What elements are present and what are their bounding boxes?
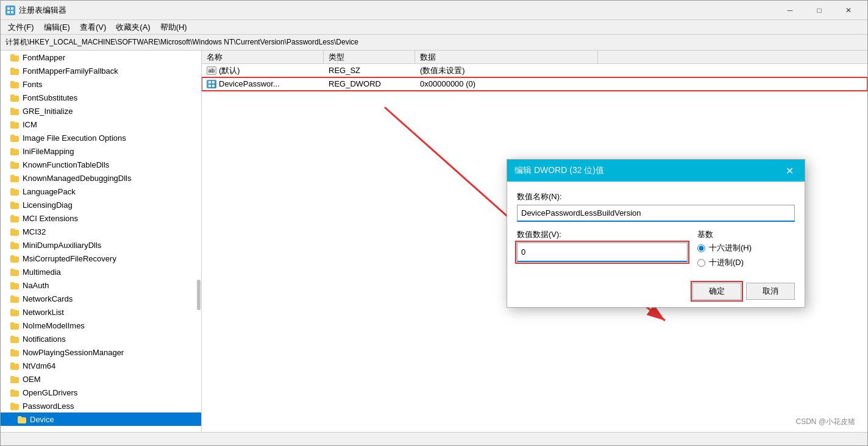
col-header-name[interactable]: 名称 <box>202 51 324 63</box>
folder-icon <box>10 174 20 182</box>
cell-type: REG_SZ <box>324 66 415 75</box>
folder-icon <box>10 308 20 316</box>
radio-dec-input[interactable] <box>697 259 705 267</box>
tree-item-imagefileexecution[interactable]: Image File Execution Options <box>1 131 201 144</box>
tree-item-msicorrupted[interactable]: MsiCorruptedFileRecovery <box>1 252 201 265</box>
ab-icon: ab <box>207 66 216 75</box>
modal-data-input-wrap <box>517 242 688 262</box>
folder-icon <box>10 348 20 356</box>
tree-item-inifilemap[interactable]: IniFileMapping <box>1 144 201 158</box>
tree-label: KnownManagedDebuggingDlls <box>23 174 132 183</box>
cell-name: ab (默认) <box>202 65 324 76</box>
tree-label: MCI32 <box>23 227 46 236</box>
tree-label: NtVdm64 <box>23 361 55 370</box>
modal-dialog: 编辑 DWORD (32 位)值 ✕ 数值名称(N): 数值数据(V): 基数 <box>507 159 805 308</box>
tree-item-device[interactable]: Device <box>1 412 201 426</box>
tree-label: FontSubstitutes <box>23 93 77 102</box>
reg-icon <box>207 80 216 88</box>
folder-icon <box>10 66 20 75</box>
modal-body: 数值名称(N): 数值数据(V): 基数 <box>507 182 805 307</box>
tree-item-ntvdm[interactable]: NtVdm64 <box>1 359 201 372</box>
radio-hex-input[interactable] <box>697 244 705 252</box>
tree-item-languagepack[interactable]: LanguagePack <box>1 185 201 198</box>
tree-item-fontmapper[interactable]: FontMapper <box>1 51 201 64</box>
window-title: 注册表编辑器 <box>19 5 66 16</box>
col-header-data[interactable]: 数据 <box>415 51 598 63</box>
tree-item-knownfunc[interactable]: KnownFunctionTableDlls <box>1 158 201 171</box>
tree-label: KnownFunctionTableDlls <box>23 160 109 169</box>
menu-file[interactable]: 文件(F) <box>3 21 39 34</box>
tree-item-passwordless[interactable]: PasswordLess <box>1 399 201 412</box>
tree-item-multimedia[interactable]: Multimedia <box>1 265 201 278</box>
modal-ok-button[interactable]: 确定 <box>692 283 741 300</box>
radio-hex-label: 十六进制(H) <box>709 242 752 253</box>
tree-item-licensingdiag[interactable]: LicensingDiag <box>1 198 201 211</box>
scrollbar-thumb[interactable] <box>197 280 201 310</box>
modal-close-button[interactable]: ✕ <box>781 163 797 179</box>
radio-hex[interactable]: 十六进制(H) <box>697 242 795 253</box>
radio-dec-label: 十进制(D) <box>709 257 744 268</box>
tree-panel[interactable]: FontMapper FontMapperFamilyFallback Font… <box>1 51 202 432</box>
close-button[interactable]: ✕ <box>834 1 863 20</box>
menu-view[interactable]: 查看(V) <box>75 21 111 34</box>
folder-icon <box>10 294 20 303</box>
tree-item-fonts[interactable]: Fonts <box>1 77 201 91</box>
minimize-button[interactable]: ─ <box>776 1 804 20</box>
tree-item-knownmanaged[interactable]: KnownManagedDebuggingDlls <box>1 171 201 185</box>
tree-item-notifications[interactable]: Notifications <box>1 332 201 345</box>
svg-rect-0 <box>7 7 10 10</box>
tree-label: NetworkCards <box>23 294 73 303</box>
folder-icon <box>10 93 20 102</box>
tree-item-fontmapperfamilyfallback[interactable]: FontMapperFamilyFallback <box>1 64 201 77</box>
tree-label: FontMapperFamilyFallback <box>23 66 118 76</box>
tree-item-noimemodel[interactable]: NoImeModelImes <box>1 319 201 332</box>
modal-name-input[interactable] <box>517 205 795 222</box>
right-header: 名称 类型 数据 <box>202 51 867 64</box>
tree-label: Image File Execution Options <box>23 133 126 143</box>
tree-label: NowPlayingSessionManager <box>23 348 124 357</box>
folder-icon <box>10 375 20 383</box>
tree-item-naauth[interactable]: NaAuth <box>1 278 201 292</box>
modal-data-input[interactable] <box>517 242 688 262</box>
tree-item-opengl[interactable]: OpenGLDrivers <box>1 386 201 399</box>
cell-type-device: REG_DWORD <box>324 79 415 88</box>
tree-item-networklist[interactable]: NetworkList <box>1 305 201 319</box>
folder-icon <box>10 147 20 155</box>
tree-item-mciextensions[interactable]: MCI Extensions <box>1 211 201 225</box>
tree-label: NetworkList <box>23 308 64 317</box>
modal-row: 数值数据(V): 基数 十六进制(H) <box>517 229 795 268</box>
tree-label: IniFileMapping <box>23 147 74 156</box>
tree-item-oem[interactable]: OEM <box>1 372 201 386</box>
folder-icon <box>10 334 20 343</box>
tree-item-icm[interactable]: ICM <box>1 118 201 131</box>
table-row-highlighted[interactable]: DevicePasswor... REG_DWORD 0x00000000 (0… <box>202 77 867 91</box>
tree-label: GRE_Initialize <box>23 107 73 116</box>
folder-icon <box>10 281 20 289</box>
radio-dec[interactable]: 十进制(D) <box>697 257 795 268</box>
modal-radio-group: 十六进制(H) 十进制(D) <box>697 242 795 268</box>
right-rows: ab (默认) REG_SZ (数值未设置) <box>202 64 867 91</box>
cell-data: (数值未设置) <box>415 65 598 76</box>
tree-item-nowplaying[interactable]: NowPlayingSessionManager <box>1 345 201 359</box>
col-header-type[interactable]: 类型 <box>324 51 415 63</box>
tree-item-networkcards[interactable]: NetworkCards <box>1 292 201 305</box>
modal-buttons: 确定 取消 <box>517 278 795 300</box>
folder-icon <box>10 214 20 222</box>
tree-item-fontsubstitutes[interactable]: FontSubstitutes <box>1 91 201 104</box>
tree-label: Multimedia <box>23 267 61 277</box>
menu-edit[interactable]: 编辑(E) <box>39 21 75 34</box>
table-row[interactable]: ab (默认) REG_SZ (数值未设置) <box>202 64 867 77</box>
tree-label: OEM <box>23 375 41 384</box>
menu-favorites[interactable]: 收藏夹(A) <box>111 21 155 34</box>
tree-item-gre[interactable]: GRE_Initialize <box>1 104 201 118</box>
folder-icon <box>10 187 20 196</box>
modal-cancel-button[interactable]: 取消 <box>746 283 795 300</box>
tree-label: MsiCorruptedFileRecovery <box>23 254 116 263</box>
tree-item-mci32[interactable]: MCI32 <box>1 225 201 238</box>
svg-rect-2 <box>7 11 10 13</box>
folder-icon <box>10 107 20 115</box>
svg-rect-7 <box>212 85 215 87</box>
maximize-button[interactable]: □ <box>805 1 833 20</box>
tree-item-minidump[interactable]: MiniDumpAuxiliaryDlls <box>1 238 201 252</box>
menu-help[interactable]: 帮助(H) <box>155 21 192 34</box>
